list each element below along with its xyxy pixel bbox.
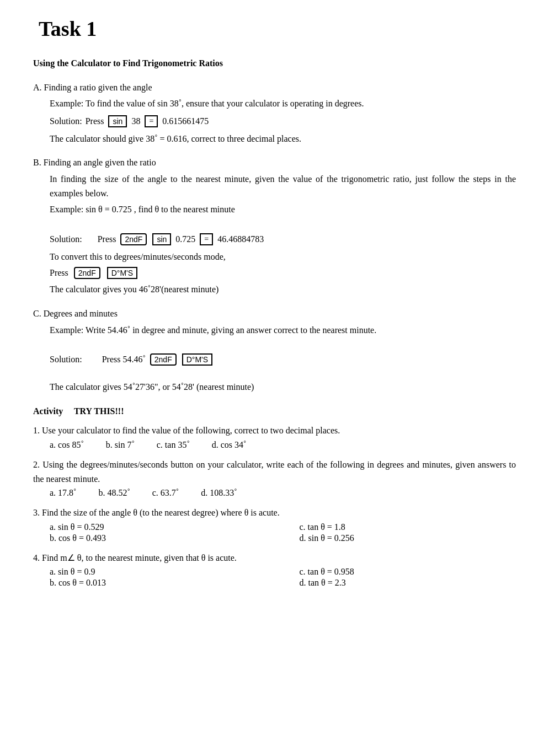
2ndf-key-b: 2ndF (120, 233, 147, 245)
convert-text: To convert this to degrees/minutes/secon… (50, 250, 516, 264)
press-c (86, 355, 99, 364)
section-a-label: A. Finding a ratio given the angle (33, 81, 516, 95)
question-3: 3. Find the size of the angle θ (to the … (33, 506, 516, 543)
dms-key-b: D°M'S (107, 267, 137, 279)
q2-a: a. 17.8˚ (50, 488, 76, 498)
solution-label-a: Solution: (50, 116, 82, 126)
section-a-example: Example: To find the value of sin 38˚, e… (50, 96, 516, 111)
q3-d: d. sin θ = 0.256 (300, 533, 516, 543)
press-row-b: Press 2ndF D°M'S (50, 267, 516, 279)
q4-answers: a. sin θ = 0.9 c. tan θ = 0.958 b. cos θ… (50, 567, 516, 588)
solution-label-c: Solution: (50, 355, 82, 364)
section-b-example: Example: sin θ = 0.725 , find θ to the n… (50, 202, 516, 217)
q4-c: c. tan θ = 0.958 (300, 567, 516, 577)
2ndf-key-b2: 2ndF (74, 267, 100, 279)
q1-b: b. sin 7˚ (106, 440, 135, 450)
equals-key-b: = (200, 233, 213, 245)
press-a: Press (86, 116, 104, 126)
result-b: 46.46884783 (217, 234, 264, 244)
q2-answers: a. 17.8˚ b. 48.52˚ c. 63.7˚ d. 108.33˚ (50, 488, 516, 498)
section-b-label: B. Finding an angle given the ratio (33, 156, 516, 170)
question-4: 4. Find m∠ θ, to the nearest minute, giv… (33, 551, 516, 588)
main-heading-block: Using the Calculator to Find Trigonometr… (33, 56, 516, 71)
q1-c: c. tan 35˚ (157, 440, 190, 450)
sin-key-b: sin (152, 233, 171, 245)
section-b-desc: In finding the size of the angle to the … (50, 172, 516, 200)
q2-text: 2. Using the degrees/minutes/seconds but… (33, 458, 516, 486)
q1-answers: a. cos 85˚ b. sin 7˚ c. tan 35˚ d. cos 3… (50, 440, 516, 450)
section-c-calc-gives: The calculator gives 54˚27'36", or 54˚28… (50, 380, 516, 394)
result-a: 0.615661475 (162, 116, 209, 126)
section-a-note: The calculator should give 38˚ = 0.616, … (50, 132, 516, 146)
sin-key: sin (108, 115, 127, 127)
q3-b: b. cos θ = 0.493 (50, 533, 266, 543)
dms-key-c: D°M'S (182, 353, 212, 366)
section-a: A. Finding a ratio given the angle Examp… (33, 81, 516, 146)
question-2: 2. Using the degrees/minutes/seconds but… (33, 458, 516, 498)
q4-a: a. sin θ = 0.9 (50, 567, 266, 577)
value-38: 38 (131, 116, 140, 126)
section-c-label: C. Degrees and minutes (33, 307, 516, 321)
q1-a: a. cos 85˚ (50, 440, 84, 450)
section-b: B. Finding an angle given the ratio In f… (33, 156, 516, 297)
q1-d: d. cos 34˚ (212, 440, 247, 450)
section-c-example: Example: Write 54.46˚ in degree and minu… (50, 323, 516, 337)
section-a-solution: Solution: Press sin 38 = 0.615661475 (50, 115, 516, 127)
q3-text: 3. Find the size of the angle θ (to the … (33, 506, 516, 520)
q4-d: d. tan θ = 2.3 (300, 578, 516, 588)
section-c: C. Degrees and minutes Example: Write 54… (33, 307, 516, 394)
q3-a: a. sin θ = 0.529 (50, 522, 266, 532)
value-b: 0.725 (175, 234, 195, 244)
q3-c: c. tan θ = 1.8 (300, 522, 516, 532)
activity-block: Activity TRY THIS!!! 1. Use your calcula… (33, 404, 516, 588)
section-a-content: Example: To find the value of sin 38˚, e… (50, 96, 516, 146)
q1-text: 1. Use your calculator to find the value… (33, 423, 516, 438)
section-c-solution: Solution: Press 54.46˚ 2ndF D°M'S (50, 353, 516, 366)
equals-key-a: = (145, 115, 158, 127)
page-title: Task 1 (39, 17, 516, 41)
q2-d: d. 108.33˚ (201, 488, 237, 498)
question-1: 1. Use your calculator to find the value… (33, 423, 516, 450)
section-b-calc-gives: The calculator gives you 46˚28'(nearest … (50, 282, 516, 297)
press-b (86, 234, 94, 244)
q2-c: c. 63.7˚ (152, 488, 179, 498)
q3-answers: a. sin θ = 0.529 c. tan θ = 1.8 b. cos θ… (50, 522, 516, 543)
q4-text: 4. Find m∠ θ, to the nearest minute, giv… (33, 551, 516, 565)
2ndf-key-c: 2ndF (150, 353, 177, 366)
activity-header: Activity TRY THIS!!! (33, 404, 516, 419)
solution-label-b: Solution: (50, 234, 82, 244)
section-b-solution: Solution: Press 2ndF sin 0.725 = 46.4688… (50, 233, 516, 245)
q2-b: b. 48.52˚ (98, 488, 130, 498)
section-b-content: In finding the size of the angle to the … (50, 172, 516, 297)
section-c-content: Example: Write 54.46˚ in degree and minu… (50, 323, 516, 394)
press-label-b: Press (50, 268, 68, 278)
q4-b: b. cos θ = 0.013 (50, 578, 266, 588)
main-heading: Using the Calculator to Find Trigonometr… (33, 56, 516, 71)
